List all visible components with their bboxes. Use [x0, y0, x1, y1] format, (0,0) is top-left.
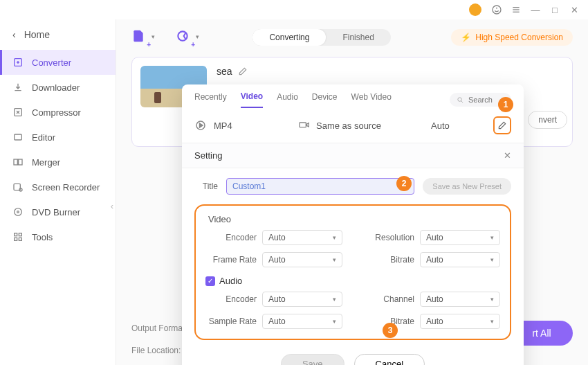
high-speed-toggle[interactable]: ⚡ High Speed Conversion — [451, 29, 573, 46]
format-tabs: Recently Video Audio Device Web Video — [182, 84, 524, 108]
frame-rate-select[interactable]: Auto▾ — [262, 252, 342, 267]
sample-rate-label: Sample Rate — [205, 317, 257, 326]
sidebar-item-label: DVD Burner — [32, 207, 80, 217]
sidebar-item-label: Converter — [32, 57, 71, 68]
sidebar-item-label: Merger — [32, 157, 60, 168]
video-group-title: Video — [208, 214, 500, 224]
settings-group: Video EncoderAuto▾ ResolutionAuto▾ Frame… — [194, 204, 511, 340]
merger-icon — [12, 157, 24, 168]
cancel-button[interactable]: Cancel — [354, 354, 425, 365]
tab-audio[interactable]: Audio — [277, 92, 298, 107]
sidebar: ‹ Home Converter Downloader Compressor E… — [0, 19, 116, 365]
search-icon — [457, 96, 464, 104]
source-icon — [298, 120, 309, 131]
svg-point-11 — [15, 208, 22, 216]
preset-row[interactable]: MP4 Same as source Auto — [182, 108, 524, 143]
audio-encoder-label: Encoder — [205, 294, 257, 304]
callout-3: 3 — [383, 323, 398, 338]
close-button[interactable]: ✕ — [569, 4, 580, 15]
view-segment: Converting Finished — [252, 29, 390, 46]
sidebar-item-merger[interactable]: Merger — [0, 150, 116, 175]
sidebar-item-converter[interactable]: Converter — [0, 50, 116, 75]
settings-panel: Recently Video Audio Device Web Video MP… — [182, 84, 524, 365]
svg-line-19 — [461, 100, 463, 102]
audio-encoder-select[interactable]: Auto▾ — [262, 292, 342, 307]
audio-checkbox[interactable]: ✓ — [205, 276, 215, 286]
edit-title-icon[interactable] — [238, 66, 248, 76]
minimize-button[interactable]: — — [530, 4, 541, 15]
svg-marker-21 — [200, 123, 203, 127]
sidebar-item-dvd-burner[interactable]: DVD Burner — [0, 199, 116, 224]
sidebar-item-downloader[interactable]: Downloader — [0, 75, 116, 100]
tab-recently[interactable]: Recently — [194, 92, 227, 107]
channel-select[interactable]: Auto▾ — [420, 292, 500, 307]
plus-icon: + — [191, 41, 195, 48]
sidebar-item-editor[interactable]: Editor — [0, 125, 116, 150]
svg-point-12 — [17, 211, 19, 213]
svg-rect-6 — [15, 134, 22, 140]
tools-icon — [12, 231, 24, 242]
svg-point-18 — [458, 97, 462, 101]
sidebar-item-screen-recorder[interactable]: Screen Recorder — [0, 175, 116, 199]
save-button[interactable]: Save — [281, 354, 344, 365]
sidebar-item-label: Screen Recorder — [32, 182, 100, 193]
tab-device[interactable]: Device — [312, 92, 338, 107]
tab-converting[interactable]: Converting — [252, 29, 326, 46]
sidebar-item-label: Tools — [32, 232, 53, 242]
disc-icon — [12, 206, 24, 217]
resolution-select[interactable]: Auto▾ — [420, 230, 500, 245]
frame-rate-label: Frame Rate — [205, 255, 257, 265]
add-url-button[interactable]: + ▾ — [176, 29, 192, 46]
audio-bitrate-select[interactable]: Auto▾ — [420, 314, 500, 329]
sidebar-collapse-button[interactable]: ‹ — [107, 193, 117, 220]
svg-rect-15 — [15, 238, 17, 240]
svg-rect-16 — [19, 238, 21, 240]
recorder-icon — [12, 181, 24, 193]
bitrate-label: Bitrate — [363, 255, 414, 265]
output-format-label: Output Format: — [131, 323, 187, 333]
svg-marker-23 — [307, 123, 309, 127]
svg-rect-14 — [19, 233, 21, 236]
svg-rect-7 — [14, 159, 17, 165]
sample-rate-select[interactable]: Auto▾ — [262, 314, 342, 329]
callout-1: 1 — [498, 97, 513, 112]
download-icon — [12, 82, 24, 93]
plus-icon: + — [147, 41, 151, 48]
auto-label: Auto — [431, 121, 493, 131]
sidebar-item-label: Compressor — [32, 107, 81, 118]
avatar[interactable] — [469, 3, 481, 16]
tab-web-video[interactable]: Web Video — [351, 92, 392, 107]
preset-title-input[interactable] — [226, 178, 414, 195]
sidebar-item-compressor[interactable]: Compressor — [0, 100, 116, 125]
format-icon — [194, 119, 207, 132]
menu-icon[interactable] — [511, 4, 522, 15]
maximize-button[interactable]: □ — [549, 4, 560, 15]
tab-finished[interactable]: Finished — [326, 29, 390, 46]
video-encoder-select[interactable]: Auto▾ — [262, 230, 342, 245]
setting-header-label: Setting — [194, 150, 222, 161]
titlebar: — □ ✕ — [0, 0, 588, 19]
chevron-left-icon: ‹ — [12, 29, 16, 40]
lightning-icon: ⚡ — [461, 33, 471, 42]
sidebar-item-tools[interactable]: Tools — [0, 224, 116, 249]
tab-video[interactable]: Video — [241, 91, 263, 108]
home-link[interactable]: ‹ Home — [0, 25, 116, 50]
chevron-down-icon: ▾ — [196, 33, 199, 40]
same-as-source-label: Same as source — [316, 121, 381, 131]
encoder-label: Encoder — [205, 233, 257, 242]
close-settings-icon[interactable]: ✕ — [504, 150, 511, 161]
home-label: Home — [24, 29, 50, 40]
callout-2: 2 — [396, 176, 412, 191]
support-icon[interactable] — [491, 4, 502, 15]
compress-icon — [12, 107, 24, 118]
svg-rect-8 — [19, 159, 22, 165]
add-file-button[interactable]: + ▾ — [131, 29, 148, 46]
edit-preset-button[interactable] — [493, 116, 511, 134]
resolution-label: Resolution — [363, 233, 414, 242]
sidebar-item-label: Editor — [32, 132, 55, 143]
video-bitrate-select[interactable]: Auto▾ — [420, 252, 500, 267]
save-as-preset-button[interactable]: Save as New Preset — [423, 178, 511, 195]
audio-group-title: Audio — [219, 276, 242, 286]
convert-button-peek[interactable]: nvert — [528, 111, 567, 129]
media-title: sea — [217, 66, 232, 77]
